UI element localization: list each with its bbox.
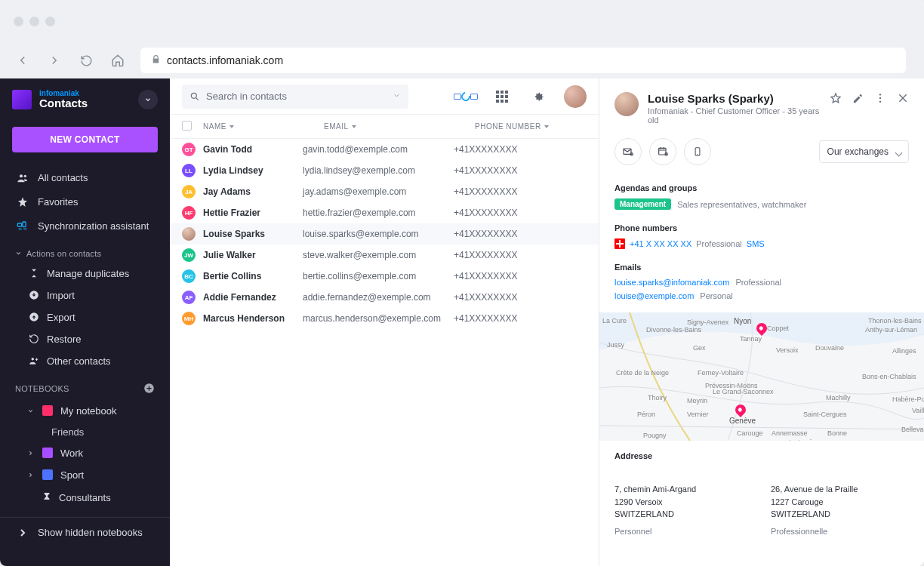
quick-email-button[interactable]	[614, 138, 642, 165]
th-email[interactable]: EMAIL	[324, 122, 475, 131]
svg-rect-2	[17, 223, 21, 226]
exchanges-dropdown[interactable]: Our exchanges	[819, 140, 909, 163]
sidebar-item-favorites[interactable]: Favorites	[0, 190, 170, 214]
table-header: NAME EMAIL PHONE NUMBER	[170, 115, 599, 139]
contact-row-name: BCBertie Collins	[182, 269, 303, 283]
contact-row-name: JWJulie Walker	[182, 248, 303, 262]
contact-row[interactable]: LLLydia Lindseylydia.lindsey@exemple.com…	[170, 160, 599, 181]
window-close-icon[interactable]	[14, 17, 23, 26]
sidebar-item-export[interactable]: Export	[0, 306, 170, 328]
group-tag[interactable]: Management	[614, 198, 671, 210]
quick-mobile-button[interactable]	[684, 138, 711, 165]
notebook-work[interactable]: Work	[0, 442, 170, 464]
download-icon	[29, 290, 39, 300]
contact-row[interactable]: GTGavin Toddgavin.todd@exemple.com+41XXX…	[170, 139, 599, 160]
sort-icon	[544, 125, 549, 128]
contact-row-name: GTGavin Todd	[182, 143, 303, 156]
contact-row-name: AFAddie Fernandez	[182, 291, 303, 304]
window-maximize-icon[interactable]	[45, 17, 55, 26]
notebook-sport[interactable]: Sport	[0, 464, 170, 486]
contact-row-phone: +41XXXXXXXX	[454, 313, 587, 324]
sidebar-label: Synchronization assistant	[38, 220, 149, 232]
th-phone[interactable]: PHONE NUMBER	[475, 122, 587, 131]
contact-row[interactable]: AFAddie Fernandezaddie.fernandez@exemple…	[170, 287, 599, 308]
sidebar-item-other-contacts[interactable]: Other contacts	[0, 350, 170, 372]
contact-avatar-icon: GT	[182, 143, 196, 156]
url-text: contacts.infomaniak.com	[167, 54, 283, 66]
contact-row[interactable]: BCBertie Collinsbertie.collins@exemple.c…	[170, 266, 599, 287]
sidebar-item-manage-duplicates[interactable]: Manage duplicates	[0, 263, 170, 285]
user-avatar[interactable]	[564, 85, 587, 108]
new-contact-button[interactable]: NEW CONTACT	[12, 127, 158, 152]
nav-reload-button[interactable]	[77, 51, 95, 69]
sidebar-item-show-hidden[interactable]: Show hidden notebooks	[0, 521, 170, 545]
sort-icon	[352, 125, 356, 128]
email-label: Personal	[700, 291, 732, 300]
phone-number-link[interactable]: +41 X XX XX XX	[630, 239, 691, 248]
sidebar-heading-actions[interactable]: Actions on contacts	[0, 238, 170, 263]
contact-row-phone: +41XXXXXXXX	[454, 165, 587, 176]
contact-row-email: jay.adams@exemple.com	[303, 186, 454, 197]
search-placeholder: Search in contacts	[206, 91, 287, 102]
sidebar-item-restore[interactable]: Restore	[0, 328, 170, 350]
window-minimize-icon[interactable]	[29, 17, 39, 26]
contact-avatar-icon: AF	[182, 291, 196, 304]
select-all-checkbox[interactable]	[182, 121, 192, 131]
contact-row-phone: +41XXXXXXXX	[454, 292, 587, 303]
contact-row[interactable]: Louise Sparkslouise.sparks@exemple.com+4…	[170, 223, 599, 245]
address-bar[interactable]: contacts.infomaniak.com	[140, 48, 906, 73]
merge-icon	[29, 268, 39, 278]
sidebar-heading-notebooks: NOTEBOOKS	[0, 372, 170, 400]
search-input[interactable]: Search in contacts	[182, 85, 408, 109]
svg-point-11	[879, 100, 881, 102]
email-link[interactable]: louise@exemple.com	[614, 291, 694, 300]
chevron-right-icon	[26, 450, 35, 457]
contact-row-email: hettie.frazier@exemple.com	[303, 208, 454, 218]
svg-point-0	[20, 174, 23, 177]
sms-link[interactable]: SMS	[747, 239, 765, 248]
lock-icon	[151, 54, 161, 66]
plus-circle-icon	[143, 383, 155, 394]
notebook-sub-friends[interactable]: Friends	[0, 422, 170, 442]
edit-button[interactable]	[852, 93, 864, 107]
th-name[interactable]: NAME	[203, 122, 324, 131]
sync-devices-button[interactable]	[455, 86, 476, 107]
favorite-button[interactable]	[830, 92, 842, 107]
contact-row[interactable]: MHMarcus Hendersonmarcus.henderson@exemp…	[170, 308, 599, 329]
notebook-color-icon	[42, 405, 53, 416]
sync-devices-icon	[454, 92, 478, 101]
notebook-my-notebook[interactable]: My notebook	[0, 400, 170, 422]
nav-back-button[interactable]	[14, 51, 32, 69]
contact-row[interactable]: HFHettie Frazierhettie.frazier@exemple.c…	[170, 202, 599, 223]
chevron-right-icon	[17, 527, 29, 539]
brand-switcher-button[interactable]	[138, 90, 158, 109]
contact-row[interactable]: JAJay Adamsjay.adams@exemple.com+41XXXXX…	[170, 181, 599, 202]
email-link[interactable]: louise.sparks@infomaniak.com	[614, 278, 729, 287]
settings-button[interactable]	[528, 86, 549, 107]
contact-row[interactable]: JWJulie Walkersteve.walker@exemple.com+4…	[170, 245, 599, 266]
address-map[interactable]: La Cure Jussy Crète de la Neige Divonne-…	[599, 312, 924, 441]
sidebar-item-import[interactable]: Import	[0, 285, 170, 306]
close-button[interactable]	[897, 92, 909, 107]
nav-forward-button[interactable]	[45, 51, 63, 69]
notebook-consultants[interactable]: Consultants	[0, 486, 170, 509]
nav-home-button[interactable]	[109, 51, 127, 69]
sidebar: infomaniak Contacts NEW CONTACT All cont…	[0, 78, 170, 566]
hourglass-icon	[42, 491, 51, 504]
group-rest: Sales representatives, watchmaker	[677, 200, 806, 209]
more-button[interactable]	[874, 92, 886, 107]
section-title-emails: Emails	[614, 263, 909, 272]
brand-big: Contacts	[39, 97, 88, 110]
apps-grid-button[interactable]	[491, 86, 513, 107]
quick-calendar-button[interactable]	[649, 138, 676, 165]
address-professional: 26, Avenue de la Praille 1227 Carouge SW…	[771, 483, 909, 537]
sidebar-item-all-contacts[interactable]: All contacts	[0, 166, 170, 190]
svg-point-8	[191, 93, 196, 98]
sidebar-item-sync-assistant[interactable]: Synchronization assistant	[0, 214, 170, 238]
notebook-color-icon	[42, 469, 53, 480]
contact-avatar-icon: HF	[182, 206, 196, 220]
add-notebook-button[interactable]	[143, 383, 155, 395]
upload-icon	[29, 312, 39, 322]
contact-name: Louise Sparks (Sparky)	[648, 92, 821, 105]
contact-row-phone: +41XXXXXXXX	[454, 250, 587, 260]
